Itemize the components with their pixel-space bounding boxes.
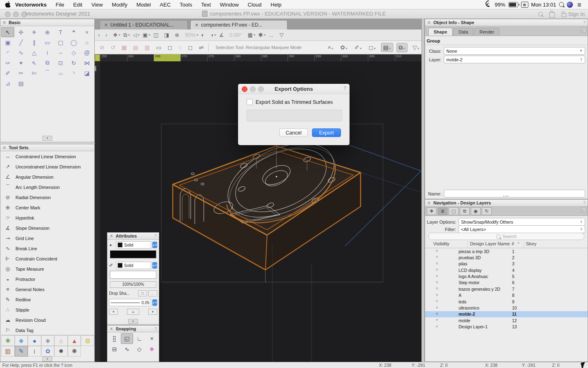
viewbar-button[interactable]: ◐ ▼ bbox=[201, 32, 208, 38]
fill-color-bar[interactable] bbox=[110, 250, 156, 258]
menu-model[interactable]: Model bbox=[132, 0, 155, 9]
basic-tool-button[interactable]: ✈ bbox=[28, 27, 41, 37]
snap-toggle-button[interactable]: ∿ bbox=[121, 344, 134, 355]
store-bag-icon[interactable] bbox=[549, 12, 555, 18]
tab-untitled-1[interactable]: ✕ Untitled 1 - EDUCATIONAL... bbox=[100, 20, 188, 29]
basic-tool-button[interactable]: × bbox=[80, 27, 94, 37]
mode-button[interactable]: ▥ bbox=[143, 43, 151, 52]
toolset-item[interactable]: ☁ Revision Cloud bbox=[0, 315, 94, 325]
viewbar-button[interactable]: ◁ ▼ bbox=[133, 32, 140, 38]
viewbar-button[interactable]: ❖ ▼ bbox=[113, 32, 121, 38]
basic-tool-button[interactable]: △ bbox=[28, 47, 41, 58]
tab-shape[interactable]: Shape bbox=[428, 28, 452, 36]
layer-row[interactable]: × ✎ trazos generales y 2D 7 bbox=[425, 286, 588, 292]
pen-color-bar[interactable] bbox=[110, 271, 156, 279]
viewbar-button[interactable]: ◫ ▼ bbox=[154, 32, 162, 38]
pen-style-stepper[interactable]: ▲▼ bbox=[152, 262, 157, 269]
panel-menu-icon[interactable]: ▷ bbox=[581, 28, 586, 33]
menu-cloud[interactable]: Cloud bbox=[243, 0, 266, 9]
snap-toggle-button[interactable]: ❖ bbox=[146, 344, 158, 355]
tab-componentes-fp[interactable]: ✕ componentes FP.vwx - ED... bbox=[190, 20, 287, 29]
snapping-titlebar[interactable]: ✕ Snapping ? bbox=[107, 325, 159, 332]
tab-render[interactable]: Render bbox=[474, 28, 499, 36]
notification-center-icon[interactable]: ≣ bbox=[576, 2, 583, 8]
spotlight-icon[interactable] bbox=[559, 2, 564, 7]
toolsets-palette-titlebar[interactable]: ✕ Tool Sets bbox=[0, 144, 94, 151]
visibility-toggle[interactable]: × bbox=[434, 274, 440, 278]
battery-icon[interactable] bbox=[508, 2, 518, 7]
siri-icon[interactable] bbox=[567, 2, 573, 8]
viewbar-button[interactable]: ◑ ▼ bbox=[210, 32, 217, 38]
menu-tools[interactable]: Tools bbox=[175, 0, 196, 9]
navigation-mode-button[interactable]: ▢ bbox=[449, 207, 459, 215]
close-icon[interactable]: ✕ bbox=[427, 200, 431, 206]
visibility-toggle[interactable]: × bbox=[434, 293, 440, 297]
mode-button[interactable]: ⊘ bbox=[98, 43, 106, 52]
toolset-dock-button[interactable]: ✹ bbox=[54, 346, 68, 357]
basic-tool-button[interactable]: ⇖ bbox=[28, 58, 41, 68]
visibility-toggle[interactable]: × bbox=[434, 318, 440, 322]
menu-aec[interactable]: AEC bbox=[155, 0, 175, 9]
visibility-toggle[interactable]: × bbox=[434, 305, 440, 310]
snap-toggle-button[interactable]: ⣿ bbox=[108, 333, 121, 344]
arrow-style-dropdown[interactable]: ▼ bbox=[148, 309, 157, 315]
layer-stepper-field[interactable]: molde-2 ⇕ bbox=[444, 56, 585, 63]
toolset-item[interactable]: ☞ Hyperlink bbox=[0, 213, 94, 223]
visibility-toggle[interactable]: × bbox=[434, 286, 440, 291]
toolset-dock-button[interactable]: ✎ bbox=[15, 346, 28, 357]
mode-button[interactable]: ◌ bbox=[177, 43, 183, 52]
basic-tool-button[interactable]: ▣ bbox=[1, 37, 14, 47]
layer-row[interactable]: × ✎ Design Layer-1 13 bbox=[425, 324, 588, 330]
basic-palette-titlebar[interactable]: ✕ Basic bbox=[0, 19, 94, 26]
close-icon[interactable]: ✕ bbox=[109, 233, 113, 239]
visibility-toggle[interactable]: × bbox=[434, 299, 440, 303]
visibility-toggle[interactable]: × bbox=[434, 255, 440, 259]
line-end-style-button[interactable]: ⚌ bbox=[127, 309, 139, 315]
visibility-toggle[interactable]: × bbox=[434, 324, 440, 329]
layer-row[interactable]: × ✎ LCD display 4 bbox=[425, 267, 588, 273]
basic-tool-button[interactable]: ▤ bbox=[14, 78, 27, 88]
navigation-titlebar[interactable]: ✕ Navigation - Design Layers ? bbox=[425, 200, 588, 206]
basic-tool-button[interactable]: ○ bbox=[80, 37, 94, 47]
snap-toggle-button[interactable]: ◇ bbox=[133, 344, 146, 355]
viewbar-button[interactable]: … ▼ bbox=[269, 32, 277, 38]
window-minimize-button[interactable] bbox=[13, 11, 19, 17]
close-icon[interactable]: ✕ bbox=[427, 20, 431, 25]
snap-toggle-button[interactable]: ⊟ bbox=[108, 344, 121, 355]
toolset-dock-button[interactable]: I bbox=[28, 346, 41, 357]
menubar-clock[interactable]: Mon 13:01 bbox=[531, 2, 556, 8]
basic-tool-button[interactable]: ∿ bbox=[14, 47, 27, 58]
toolset-item[interactable]: ⊕ Center Mark bbox=[0, 202, 94, 213]
checkbox[interactable] bbox=[247, 99, 253, 105]
basic-tool-button[interactable]: ✄ bbox=[28, 68, 41, 78]
snap-toggle-button[interactable]: ∟ bbox=[133, 333, 146, 344]
panel-divider[interactable] bbox=[421, 19, 425, 362]
basic-tool-button[interactable]: T bbox=[54, 27, 67, 37]
fill-style-dropdown[interactable]: Solid bbox=[116, 241, 151, 249]
viewbar-button[interactable]: ▦ ▼ bbox=[247, 32, 256, 38]
layer-list-headers[interactable]: Visibility Design Layer Name # ^ Story bbox=[425, 240, 588, 248]
basic-tool-button[interactable]: ❝ bbox=[67, 27, 80, 37]
viewbar-button[interactable]: ⧉ ▼ bbox=[123, 32, 130, 38]
export-button[interactable]: Export bbox=[312, 128, 341, 137]
mode-right-button[interactable]: ✐▼ bbox=[353, 43, 364, 52]
mode-button[interactable]: ▤ bbox=[131, 43, 140, 52]
layer-row[interactable]: × ✎ A 8 bbox=[425, 292, 588, 298]
close-icon[interactable]: ✕ bbox=[104, 22, 108, 28]
palette-expand-button[interactable]: ▼ bbox=[42, 357, 52, 361]
navigation-mode-button[interactable]: ↻ bbox=[482, 207, 492, 215]
dialog-titlebar[interactable]: Export Options ? bbox=[238, 84, 350, 94]
basic-tool-button[interactable]: ↻ bbox=[67, 58, 80, 68]
toolset-item[interactable]: ⊩ Constrain Coincident bbox=[0, 254, 94, 264]
cancel-button[interactable]: Cancel bbox=[279, 128, 308, 137]
viewbar-button[interactable]: › ▼ bbox=[105, 32, 110, 38]
viewbar-button[interactable]: ▽ ▼ bbox=[280, 32, 287, 38]
viewbar-button[interactable]: 0.00° ▼ bbox=[229, 32, 245, 38]
mode-button[interactable]: ⇌ bbox=[197, 43, 205, 52]
menu-window[interactable]: Window bbox=[215, 0, 243, 9]
basic-tool-button[interactable]: ⋈ bbox=[80, 58, 94, 68]
toolset-item[interactable]: ◒ Protractor bbox=[0, 274, 94, 284]
toolset-dock-button[interactable]: ❀ bbox=[1, 335, 15, 346]
toolset-item[interactable]: ⌒ Arc Length Dimension bbox=[0, 182, 94, 192]
toolset-item[interactable]: ✎ Redline bbox=[0, 294, 94, 305]
